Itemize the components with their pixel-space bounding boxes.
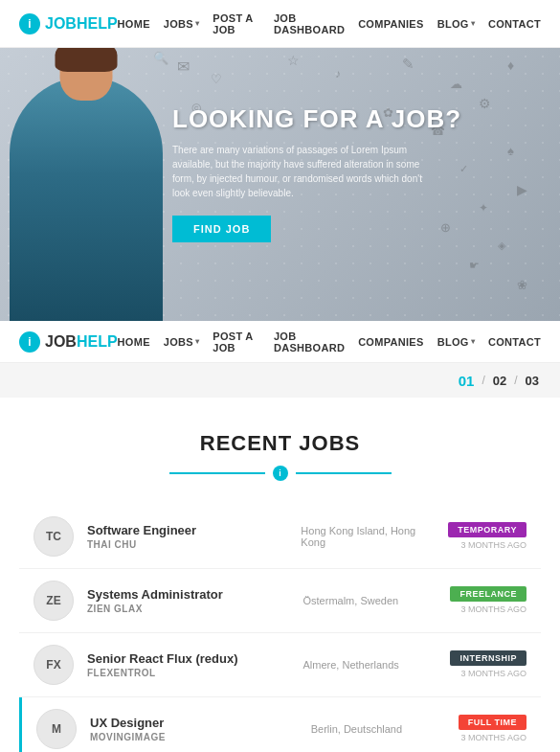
find-job-button[interactable]: FIND JOB (172, 216, 271, 242)
job-badge: FULL TIME (459, 715, 526, 730)
hero-subtitle: There are many variations of passages of… (172, 143, 431, 200)
nav2-home[interactable]: HOME (118, 336, 150, 348)
slider-bar: 01 / 02 / 03 (0, 363, 560, 398)
nav2-contact[interactable]: CONTACT (488, 336, 541, 348)
job-info: Software Engineer Thai Chu (87, 523, 287, 550)
logo-icon2: i (19, 331, 40, 353)
job-location: Almere, Netherlands (302, 659, 437, 671)
divider-line-left (169, 472, 265, 474)
job-badge-wrap: FULL TIME 3 MONTHS AGO (459, 715, 526, 744)
hero-content: LOOKING FOR A JOB? There are many variat… (0, 48, 560, 262)
logo[interactable]: i JOBHELP (19, 13, 118, 34)
nav-home[interactable]: HOME (118, 18, 150, 30)
job-title: Senior React Flux (redux) (87, 651, 289, 666)
nav2-jobs[interactable]: JOBS ▾ (164, 336, 199, 348)
slider-divider2: / (514, 374, 517, 387)
logo2[interactable]: i JOBHELP (19, 331, 118, 353)
nav-blog[interactable]: BLOG ▾ (437, 18, 475, 30)
job-row[interactable]: TC Software Engineer Thai Chu Hong Kong … (19, 505, 541, 569)
job-info: UX Designer movingimage (90, 716, 298, 742)
nav2-dashboard[interactable]: JOB DASHBOARD (274, 330, 345, 353)
job-badge: FREELANCE (450, 586, 526, 602)
job-location: Berlin, Deutschland (311, 723, 445, 735)
job-location: Östermalm, Sweden (302, 595, 437, 606)
nav2-post-job[interactable]: POST A JOB (213, 330, 260, 353)
job-location: Hong Kong Island, Hong Kong (301, 525, 435, 548)
job-avatar: FX (34, 645, 74, 685)
job-avatar: M (36, 709, 77, 749)
nav-jobs[interactable]: JOBS ▾ (164, 18, 199, 30)
job-time: 3 MONTHS AGO (460, 604, 526, 616)
job-info: Systems Administrator ZIEN GLAX (87, 587, 289, 614)
job-badge-wrap: TEMPORARY 3 MONTHS AGO (448, 522, 526, 552)
job-info: Senior React Flux (redux) FlexEntrol (87, 651, 289, 678)
job-company: FlexEntrol (87, 668, 289, 678)
nav-companies[interactable]: COMPANIES (358, 18, 424, 30)
nav-links2: HOME JOBS ▾ POST A JOB JOB DASHBOARD COM… (118, 330, 541, 353)
nav-contact[interactable]: CONTACT (488, 18, 541, 30)
hero-section: ✉ ♡ ☆ ♪ ✎ ☁ ♦ ◎ ✿ ⚙ ☎ ♠ ✓ ▶ ✦ ⊕ ◈ ☛ ❀ 🔍 … (0, 48, 560, 321)
job-row[interactable]: ZE Systems Administrator ZIEN GLAX Öster… (19, 569, 541, 633)
recent-jobs-section: RECENT JOBS i TC Software Engineer Thai … (0, 398, 560, 752)
divider-line-right (296, 472, 392, 474)
top-navbar: i JOBHELP HOME JOBS ▾ POST A JOB JOB DAS… (0, 0, 560, 48)
job-time: 3 MONTHS AGO (460, 669, 526, 680)
divider-icon: i (273, 466, 288, 481)
job-company: ZIEN GLAX (87, 604, 289, 614)
logo-icon: i (19, 13, 40, 34)
job-badge-wrap: FREELANCE 3 MONTHS AGO (450, 586, 526, 616)
job-row[interactable]: FX Senior React Flux (redux) FlexEntrol … (19, 633, 541, 697)
job-company: Thai Chu (87, 539, 287, 550)
nav2-companies[interactable]: COMPANIES (358, 336, 424, 348)
job-title: UX Designer (90, 716, 298, 730)
slider-num-1[interactable]: 01 (459, 373, 475, 389)
job-time: 3 MONTHS AGO (460, 733, 526, 744)
job-title: Systems Administrator (87, 587, 289, 602)
hero-title: LOOKING FOR A JOB? (172, 105, 531, 133)
section-title: RECENT JOBS (19, 431, 541, 456)
slider-num-2[interactable]: 02 (493, 374, 506, 388)
job-badge: TEMPORARY (448, 522, 526, 537)
slider-num-3[interactable]: 03 (526, 374, 539, 388)
logo-text: JOBHELP (45, 15, 118, 33)
slider-divider: / (482, 374, 484, 387)
logo-text2: JOBHELP (45, 333, 118, 351)
job-avatar: TC (34, 516, 74, 557)
nav-dashboard[interactable]: JOB DASHBOARD (274, 12, 345, 35)
job-title: Software Engineer (87, 523, 287, 537)
second-navbar: i JOBHELP HOME JOBS ▾ POST A JOB JOB DAS… (0, 321, 560, 363)
nav-links: HOME JOBS ▾ POST A JOB JOB DASHBOARD COM… (118, 12, 541, 35)
job-badge: INTERNSHIP (450, 650, 526, 666)
job-row-highlighted[interactable]: M UX Designer movingimage Berlin, Deutsc… (19, 697, 541, 752)
job-time: 3 MONTHS AGO (460, 540, 526, 552)
job-avatar: ZE (34, 581, 74, 621)
job-badge-wrap: INTERNSHIP 3 MONTHS AGO (450, 650, 526, 680)
job-list: TC Software Engineer Thai Chu Hong Kong … (19, 505, 541, 752)
nav2-blog[interactable]: BLOG ▾ (437, 336, 475, 348)
section-divider: i (19, 466, 541, 481)
job-company: movingimage (90, 732, 298, 742)
nav-post-job[interactable]: POST A JOB (213, 12, 260, 35)
